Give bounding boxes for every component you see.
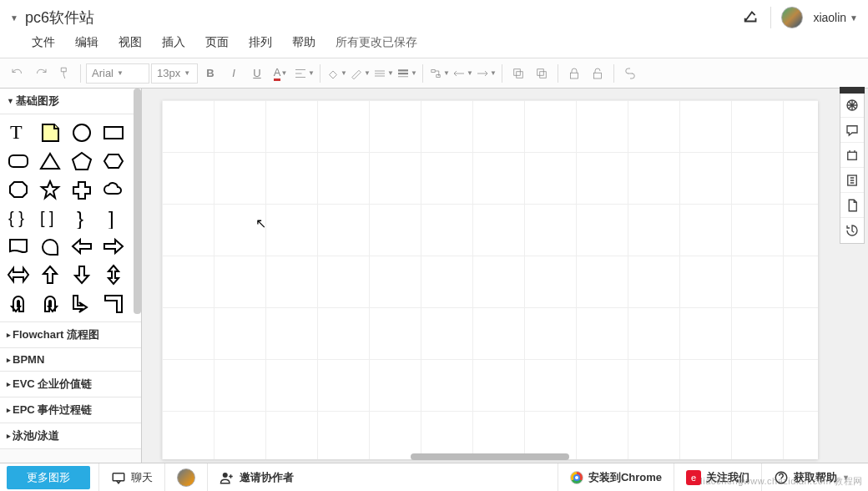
shape-corner[interactable] bbox=[98, 290, 129, 316]
arrow-start-button[interactable]: ▼ bbox=[452, 63, 473, 84]
lock-button[interactable] bbox=[563, 63, 585, 84]
line-width-button[interactable]: ▼ bbox=[396, 63, 417, 84]
shape-brace-left[interactable]: { } bbox=[3, 205, 33, 231]
user-menu[interactable]: xiaolin ▼ bbox=[813, 11, 858, 24]
shape-circle[interactable] bbox=[67, 119, 97, 146]
menu-arrange[interactable]: 排列 bbox=[240, 32, 280, 53]
shape-brace-right[interactable]: } bbox=[67, 205, 97, 231]
shape-hexagon[interactable] bbox=[98, 148, 129, 175]
shape-star[interactable] bbox=[35, 176, 65, 203]
category-basic-shapes[interactable]: ▼基础图形 bbox=[0, 89, 141, 114]
menu-view[interactable]: 视图 bbox=[110, 32, 150, 53]
canvas-area[interactable]: ↖ bbox=[142, 89, 868, 463]
shape-uturn-right[interactable] bbox=[35, 290, 65, 316]
footer-label: 安装到Chrome bbox=[588, 470, 662, 485]
shape-arrow-down[interactable] bbox=[67, 261, 97, 288]
send-back-button[interactable] bbox=[531, 63, 553, 84]
shape-arrow-leftright[interactable] bbox=[3, 261, 33, 288]
category-evc[interactable]: ▸EVC 企业价值链 bbox=[0, 372, 141, 397]
font-size: 13px bbox=[157, 67, 180, 79]
line-style-button[interactable]: ▼ bbox=[372, 63, 394, 84]
shapes-sidebar: ▼基础图形 T { } [ ] } ] bbox=[0, 89, 142, 463]
category-epc[interactable]: ▸EPC 事件过程链 bbox=[0, 397, 141, 423]
shape-bracket-left[interactable]: [ ] bbox=[35, 205, 65, 231]
share-icon[interactable] bbox=[742, 8, 760, 28]
dock-page-button[interactable] bbox=[840, 143, 864, 168]
shape-teardrop[interactable] bbox=[35, 233, 65, 260]
shape-note[interactable] bbox=[35, 119, 65, 146]
more-shapes-button[interactable]: 更多图形 bbox=[7, 466, 90, 489]
chevron-down-icon: ▼ bbox=[117, 69, 124, 77]
shape-document[interactable] bbox=[3, 233, 33, 260]
footer-invite[interactable]: 邀请协作者 bbox=[207, 463, 305, 492]
footer-label: 关注我们 bbox=[706, 470, 749, 485]
footer-label: 获取帮助 bbox=[794, 470, 837, 485]
dock-history-button[interactable] bbox=[840, 218, 864, 243]
shape-pentagon[interactable] bbox=[67, 148, 97, 175]
format-paint-button[interactable] bbox=[53, 63, 75, 84]
separator bbox=[320, 64, 320, 83]
menu-insert[interactable]: 插入 bbox=[154, 32, 194, 53]
title-text: pc6软件站 bbox=[25, 8, 94, 28]
redo-button[interactable] bbox=[30, 63, 52, 84]
shape-bracket-right[interactable]: ] bbox=[98, 205, 129, 231]
bring-front-button[interactable] bbox=[507, 63, 529, 84]
triangle-down-icon: ▼ bbox=[7, 97, 14, 105]
shape-arrow-updown[interactable] bbox=[98, 261, 129, 288]
dock-comment-button[interactable] bbox=[840, 118, 864, 143]
category-flowchart[interactable]: ▸Flowchart 流程图 bbox=[0, 322, 141, 348]
bold-button[interactable]: B bbox=[199, 63, 221, 84]
category-pool[interactable]: ▸泳池/泳道 bbox=[0, 423, 141, 449]
shape-octagon[interactable] bbox=[3, 176, 33, 203]
menu-page[interactable]: 页面 bbox=[197, 32, 237, 53]
chevron-down-icon: ▼ bbox=[364, 69, 371, 77]
font-size-select[interactable]: 13px▼ bbox=[151, 63, 198, 84]
shape-cross[interactable] bbox=[67, 176, 97, 203]
horizontal-scrollbar[interactable] bbox=[411, 453, 569, 460]
category-bpmn[interactable]: ▸BPMN bbox=[0, 348, 141, 372]
underline-button[interactable]: U bbox=[246, 63, 268, 84]
document-title[interactable]: ▼ pc6软件站 bbox=[10, 8, 94, 28]
shape-arrow-left[interactable] bbox=[67, 233, 97, 260]
drawing-canvas[interactable]: ↖ bbox=[162, 100, 818, 459]
connector-button[interactable]: ▼ bbox=[428, 63, 450, 84]
menu-file[interactable]: 文件 bbox=[23, 32, 63, 53]
shape-corner-arrow[interactable] bbox=[67, 290, 97, 316]
footer-install-chrome[interactable]: 安装到Chrome bbox=[558, 463, 674, 492]
footer-follow[interactable]: e 关注我们 bbox=[674, 463, 761, 492]
sidebar-scrollbar[interactable] bbox=[134, 89, 141, 314]
dock-document-button[interactable] bbox=[840, 193, 864, 218]
italic-button[interactable]: I bbox=[223, 63, 245, 84]
fill-color-button[interactable]: ▼ bbox=[326, 63, 347, 84]
line-color-button[interactable]: ▼ bbox=[349, 63, 371, 84]
unlock-button[interactable] bbox=[587, 63, 608, 84]
shape-triangle[interactable] bbox=[35, 148, 65, 175]
user-avatar[interactable] bbox=[781, 7, 803, 28]
shape-rectangle[interactable] bbox=[98, 119, 129, 146]
separator bbox=[613, 64, 614, 83]
shape-arrow-right[interactable] bbox=[98, 233, 129, 260]
chevron-down-icon: ▼ bbox=[308, 69, 315, 77]
footer-collaborator-avatar[interactable] bbox=[164, 463, 207, 492]
category-label: 基础图形 bbox=[16, 94, 59, 109]
shape-arrow-up[interactable] bbox=[35, 261, 65, 288]
dock-navigator-button[interactable] bbox=[840, 93, 864, 118]
font-select[interactable]: Arial▼ bbox=[86, 63, 149, 84]
triangle-right-icon: ▸ bbox=[7, 356, 11, 364]
footer-chat[interactable]: 聊天 bbox=[98, 463, 164, 492]
link-button[interactable] bbox=[619, 63, 641, 84]
footer-help[interactable]: 获取帮助 ▼ bbox=[761, 463, 861, 492]
weibo-icon: e bbox=[686, 470, 701, 485]
undo-button[interactable] bbox=[7, 63, 28, 84]
shape-text[interactable]: T bbox=[3, 119, 33, 146]
shape-cloud[interactable] bbox=[98, 176, 129, 203]
shape-rounded-rect[interactable] bbox=[3, 148, 33, 175]
dock-metrics-button[interactable] bbox=[840, 168, 864, 193]
header-right: xiaolin ▼ bbox=[742, 7, 858, 28]
menu-edit[interactable]: 编辑 bbox=[67, 32, 107, 53]
align-button[interactable]: ▼ bbox=[293, 63, 315, 84]
shape-uturn-left[interactable] bbox=[3, 290, 33, 316]
text-color-button[interactable]: A▼ bbox=[270, 63, 291, 84]
menu-help[interactable]: 帮助 bbox=[284, 32, 324, 53]
arrow-end-button[interactable]: ▼ bbox=[475, 63, 497, 84]
